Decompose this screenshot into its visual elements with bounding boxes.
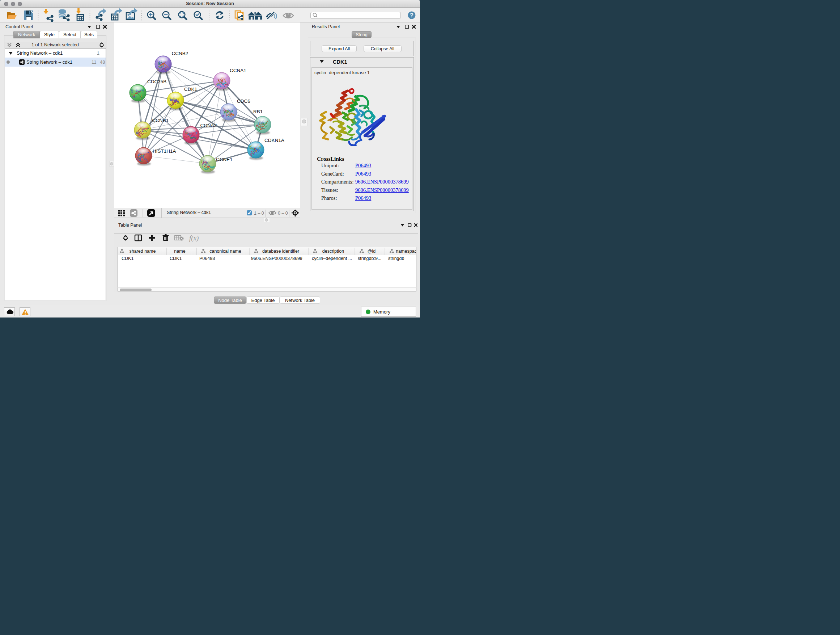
svg-text:CDK1: CDK1: [184, 87, 197, 92]
svg-text:CDC25B: CDC25B: [147, 79, 166, 84]
svg-text:@id: @id: [368, 249, 376, 254]
svg-text:RB1: RB1: [253, 109, 263, 114]
svg-text:shared name: shared name: [129, 249, 156, 254]
svg-text:CDC6: CDC6: [237, 98, 250, 104]
svg-text:f(x): f(x): [189, 234, 199, 242]
svg-text:stringdb: stringdb: [388, 256, 404, 261]
svg-text:CDK1: CDK1: [122, 256, 134, 261]
svg-text:1 – 0: 1 – 0: [254, 211, 264, 216]
svg-text:?: ?: [410, 12, 414, 19]
svg-text:CDK1: CDK1: [170, 256, 182, 261]
svg-text:P06493: P06493: [199, 256, 215, 261]
svg-text:stringdb:9...: stringdb:9...: [358, 256, 381, 261]
svg-text:CDKN1A: CDKN1A: [264, 138, 284, 143]
svg-text:0 – 0: 0 – 0: [278, 211, 288, 216]
svg-text:cyclin–dependent ...: cyclin–dependent ...: [312, 256, 352, 261]
svg-text:canonical name: canonical name: [210, 249, 241, 254]
svg-text:CCNA1: CCNA1: [230, 68, 246, 73]
svg-text:description: description: [322, 249, 344, 254]
svg-text:CCNB2: CCNB2: [172, 51, 188, 56]
svg-text:HIST1H1A: HIST1H1A: [153, 149, 176, 154]
svg-text:CCNB1: CCNB1: [152, 118, 169, 123]
svg-text:CCNE1: CCNE1: [216, 157, 233, 162]
svg-text:namespac: namespac: [396, 249, 416, 254]
svg-text:9606.ENSP00000378699: 9606.ENSP00000378699: [251, 256, 302, 261]
svg-text:name: name: [174, 249, 185, 254]
svg-text:CCNA2: CCNA2: [201, 123, 217, 128]
svg-text:database identifier: database identifier: [262, 249, 299, 254]
